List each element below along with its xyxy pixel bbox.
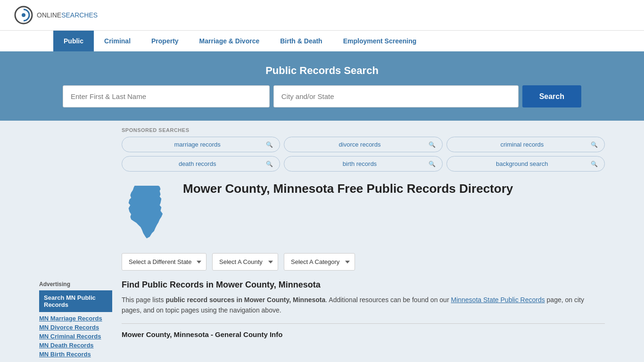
tag-label-1: divorce records: [291, 141, 428, 148]
name-input[interactable]: [63, 85, 270, 107]
sponsored-label: SPONSORED SEARCHES: [122, 127, 605, 133]
minnesota-map-svg: [122, 181, 173, 242]
nav-item-marriage-divorce[interactable]: Marriage & Divorce: [189, 31, 270, 51]
main-wrapper: Advertising Search MN Public Records MN …: [30, 121, 614, 360]
tag-death-records[interactable]: death records 🔍: [122, 156, 280, 172]
find-text-bold: public record sources in Mower County, M…: [165, 296, 325, 304]
search-icon-4: 🔍: [429, 161, 436, 167]
sidebar-link-2[interactable]: MN Criminal Records: [39, 333, 112, 340]
find-text-mid: . Additional resources can be found on o…: [325, 296, 451, 304]
sidebar-link-3[interactable]: MN Death Records: [39, 342, 112, 349]
state-map: [122, 181, 173, 244]
category-dropdown[interactable]: Select A Category: [284, 253, 355, 271]
nav-item-public[interactable]: Public: [53, 31, 94, 51]
search-icon-1: 🔍: [429, 141, 436, 148]
sidebar: Advertising Search MN Public Records MN …: [39, 121, 112, 360]
main-content: SPONSORED SEARCHES marriage records 🔍 di…: [112, 121, 605, 360]
tag-label-0: marriage records: [129, 141, 266, 148]
logo-icon: [14, 6, 33, 25]
search-icon-3: 🔍: [266, 161, 273, 167]
main-nav: Public Criminal Property Marriage & Divo…: [0, 30, 644, 51]
tag-marriage-records[interactable]: marriage records 🔍: [122, 137, 280, 152]
logo-online: ONLINE: [37, 11, 61, 19]
nav-item-birth-death[interactable]: Birth & Death: [270, 31, 332, 51]
hero-title: Public Records Search: [14, 65, 630, 77]
tag-birth-records[interactable]: birth records 🔍: [284, 156, 442, 172]
find-records-title: Find Public Records in Mower County, Min…: [122, 280, 605, 290]
search-icon-0: 🔍: [266, 141, 273, 148]
general-info-title: Mower County, Minnesota - General County…: [122, 330, 605, 338]
tag-background-search[interactable]: background search 🔍: [446, 156, 605, 172]
tag-label-3: death records: [129, 160, 266, 167]
search-icon-2: 🔍: [591, 141, 598, 148]
logo[interactable]: ONLINESEARCHES: [14, 6, 98, 25]
svg-point-1: [22, 13, 25, 17]
find-records-text: This page lists public record sources in…: [122, 295, 605, 316]
page-heading-section: Mower County, Minnesota Free Public Reco…: [122, 181, 605, 244]
sidebar-link-0[interactable]: MN Marriage Records: [39, 315, 112, 322]
filter-dropdowns: Select a Different State Select A County…: [122, 253, 605, 271]
site-header: ONLINESEARCHES: [0, 0, 644, 30]
logo-text: ONLINESEARCHES: [37, 11, 98, 19]
sidebar-link-4[interactable]: MN Birth Records: [39, 351, 112, 358]
county-dropdown[interactable]: Select A County: [212, 253, 278, 271]
find-text-plain: This page lists: [122, 296, 165, 304]
state-dropdown[interactable]: Select a Different State: [122, 253, 206, 271]
search-bar: Search: [63, 85, 581, 107]
nav-item-employment[interactable]: Employment Screening: [333, 31, 427, 51]
tag-label-4: birth records: [291, 160, 428, 167]
find-state-link[interactable]: Minnesota State Public Records: [451, 296, 545, 304]
sidebar-link-1[interactable]: MN Divorce Records: [39, 324, 112, 331]
search-icon-5: 🔍: [591, 161, 598, 167]
page-title: Mower County, Minnesota Free Public Reco…: [183, 181, 513, 197]
sidebar-ad-label: Advertising: [39, 281, 112, 288]
logo-searches: SEARCHES: [61, 11, 98, 19]
hero-banner: Public Records Search Search: [0, 51, 644, 121]
sidebar-highlighted-link[interactable]: Search MN Public Records: [39, 290, 112, 312]
page-title-wrapper: Mower County, Minnesota Free Public Reco…: [183, 181, 513, 197]
tag-divorce-records[interactable]: divorce records 🔍: [284, 137, 442, 152]
location-input[interactable]: [273, 85, 519, 107]
nav-item-criminal[interactable]: Criminal: [94, 31, 141, 51]
search-tags-grid: marriage records 🔍 divorce records 🔍 cri…: [122, 137, 605, 172]
nav-item-property[interactable]: Property: [141, 31, 189, 51]
tag-label-2: criminal records: [454, 141, 591, 148]
tag-criminal-records[interactable]: criminal records 🔍: [446, 137, 605, 152]
tag-label-5: background search: [454, 160, 591, 167]
search-button[interactable]: Search: [522, 85, 581, 107]
section-divider: [122, 323, 605, 324]
